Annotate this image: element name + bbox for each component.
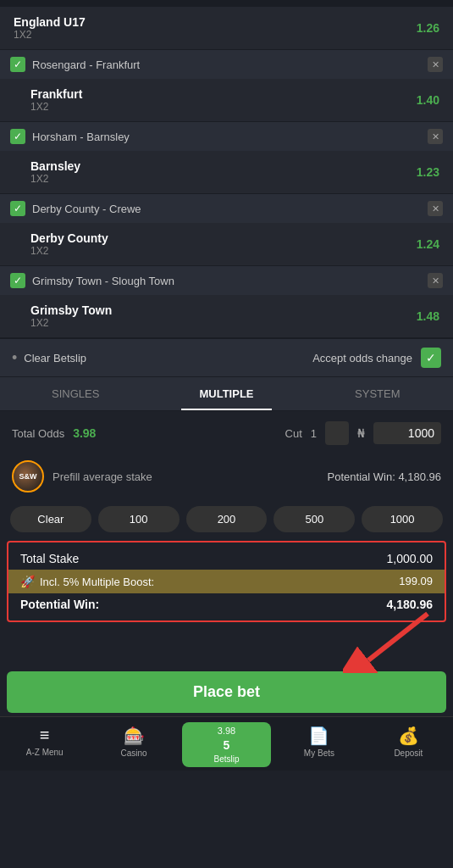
nav-casino-label: Casino [121, 748, 147, 758]
nav-betslip-label: Betslip [214, 754, 240, 764]
bet-header-barnsley: ✓ Horsham - Barnsley ✕ [0, 122, 453, 151]
total-odds-label: Total Odds [12, 427, 64, 440]
tab-multiple[interactable]: MULTIPLE [151, 377, 301, 410]
bet-team-derby: Derby County [30, 231, 108, 245]
bet-match-derby: Derby County - Crewe [32, 203, 421, 215]
potential-win-label-prefill: Potential Win: [328, 470, 395, 483]
bet-item-england: England U17 1X2 1.26 [0, 7, 453, 50]
checkbox-barnsley[interactable]: ✓ [10, 129, 25, 144]
nav-betslip-badge-top: 3.98 [218, 726, 235, 736]
rocket-icon: 🚀 [20, 575, 35, 588]
bet-match-grimsby: Grimsby Town - Slough Town [32, 275, 421, 287]
amount-200-btn[interactable]: 200 [186, 506, 268, 532]
bet-detail-derby: Derby County 1X2 1.24 [0, 223, 453, 265]
checkbox-derby[interactable]: ✓ [10, 201, 25, 216]
bet-item-grimsby: ✓ Grimsby Town - Slough Town ✕ Grimsby T… [0, 266, 453, 338]
bet-odds-derby: 1.24 [417, 237, 439, 251]
cut-label: Cut [285, 427, 302, 440]
casino-icon: 🎰 [124, 726, 145, 746]
prefill-label[interactable]: Prefill average stake [52, 470, 152, 483]
bet-odds-barnsley: 1.23 [417, 165, 439, 179]
cut-value: 1 [311, 427, 317, 440]
checkbox-grimsby[interactable]: ✓ [10, 273, 25, 288]
boost-row: 🚀 Incl. 5% Multiple Boost: 199.09 [8, 570, 445, 593]
bet-item-barnsley: ✓ Horsham - Barnsley ✕ Barnsley 1X2 1.23 [0, 122, 453, 194]
accept-odds-check[interactable]: ✓ [421, 348, 441, 368]
amount-100-btn[interactable]: 100 [98, 506, 180, 532]
bet-detail-barnsley: Barnsley 1X2 1.23 [0, 151, 453, 193]
total-stake-label: Total Stake [20, 552, 79, 565]
nav-deposit[interactable]: 💰 Deposit [364, 722, 453, 767]
bet-header-grimsby: ✓ Grimsby Town - Slough Town ✕ [0, 266, 453, 295]
boost-text: Incl. 5% Multiple Boost: [40, 576, 154, 588]
close-btn-grimsby[interactable]: ✕ [428, 273, 443, 288]
nav-my-bets[interactable]: 📄 My Bets [274, 722, 363, 767]
total-stake-row: Total Stake 1,000.00 [20, 548, 433, 570]
clear-betslip-row: • Clear Betslip Accept odds change ✓ [0, 338, 453, 377]
nav-my-bets-label: My Bets [304, 748, 334, 758]
checkbox-frankfurt[interactable]: ✓ [10, 57, 25, 72]
deposit-icon: 💰 [398, 726, 419, 746]
bet-team-grimsby: Grimsby Town [30, 303, 112, 317]
bet-type-barnsley: 1X2 [30, 173, 80, 185]
bet-type-derby: 1X2 [30, 245, 108, 257]
amount-500-btn[interactable]: 500 [273, 506, 355, 532]
bet-odds-grimsby: 1.48 [417, 309, 439, 323]
close-btn-barnsley[interactable]: ✕ [428, 129, 443, 144]
arrow-container [0, 622, 453, 665]
close-btn-frankfurt[interactable]: ✕ [428, 57, 443, 72]
total-stake-value: 1,000.00 [387, 552, 434, 565]
red-arrow-icon [343, 605, 445, 673]
tab-system[interactable]: SYSTEM [302, 377, 453, 410]
bet-header-frankfurt: ✓ Rosengard - Frankfurt ✕ [0, 50, 453, 79]
nav-betslip[interactable]: 3.98 5 Betslip [182, 722, 271, 767]
potential-win-value-prefill: 4,180.96 [398, 470, 441, 483]
odds-row: Total Odds 3.98 Cut 1 ₦ [0, 411, 453, 455]
stake-input[interactable] [373, 422, 441, 444]
clear-betslip-left: • Clear Betslip [12, 349, 86, 367]
clear-amount-btn[interactable]: Clear [10, 506, 91, 532]
nav-casino[interactable]: 🎰 Casino [89, 722, 178, 767]
prefill-row: S&W Prefill average stake Potential Win:… [0, 455, 453, 498]
tab-singles[interactable]: SINGLES [0, 377, 151, 410]
clear-betslip-label[interactable]: Clear Betslip [24, 352, 86, 364]
bet-detail-frankfurt: Frankfurt 1X2 1.40 [0, 79, 453, 121]
bet-header-derby: ✓ Derby County - Crewe ✕ [0, 194, 453, 223]
bet-detail-grimsby: Grimsby Town 1X2 1.48 [0, 295, 453, 337]
bet-type-grimsby: 1X2 [30, 317, 112, 329]
place-bet-button[interactable]: Place bet [7, 671, 446, 713]
betslip-count-badge: 5 [224, 738, 230, 752]
accept-odds-label: Accept odds change [312, 352, 412, 364]
bet-item-derby: ✓ Derby County - Crewe ✕ Derby County 1X… [0, 194, 453, 266]
bet-match-frankfurt: Rosengard - Frankfurt [32, 58, 421, 71]
svg-line-1 [368, 614, 428, 660]
amount-1000-btn[interactable]: 1000 [362, 506, 443, 532]
bet-team-barnsley: Barnsley [30, 159, 80, 173]
quick-amounts: Clear 100 200 500 1000 [0, 498, 453, 541]
bet-match-barnsley: Horsham - Barnsley [32, 131, 421, 143]
avatar: S&W [12, 460, 44, 492]
cut-box [325, 421, 349, 445]
close-btn-derby[interactable]: ✕ [428, 201, 443, 216]
bet-item-frankfurt: ✓ Rosengard - Frankfurt ✕ Frankfurt 1X2 … [0, 50, 453, 122]
accept-odds-row: Accept odds change ✓ [312, 348, 441, 368]
bet-team-england: England U17 [14, 15, 86, 29]
bottom-nav: ≡ A-Z Menu 🎰 Casino 3.98 5 Betslip 📄 My … [0, 716, 453, 771]
nav-az-label: A-Z Menu [26, 748, 64, 757]
bet-detail-england: England U17 1X2 1.26 [0, 7, 453, 49]
nav-deposit-label: Deposit [394, 748, 423, 758]
bet-odds-frankfurt: 1.40 [417, 93, 439, 107]
currency-icon: ₦ [357, 426, 365, 440]
boost-label: 🚀 Incl. 5% Multiple Boost: [20, 575, 154, 588]
total-odds-value: 3.98 [73, 426, 96, 440]
az-menu-icon: ≡ [40, 726, 50, 745]
bet-odds-england: 1.26 [417, 21, 439, 35]
bet-tabs: SINGLES MULTIPLE SYSTEM [0, 377, 453, 411]
bet-type-england: 1X2 [14, 29, 86, 41]
bet-team-frankfurt: Frankfurt [30, 87, 82, 101]
bullet-icon: • [12, 349, 17, 367]
potential-win-final-label: Potential Win: [20, 598, 99, 611]
potential-win-prefill: Potential Win: 4,180.96 [328, 470, 441, 483]
nav-az-menu[interactable]: ≡ A-Z Menu [0, 722, 89, 767]
boost-value: 199.09 [399, 575, 433, 588]
